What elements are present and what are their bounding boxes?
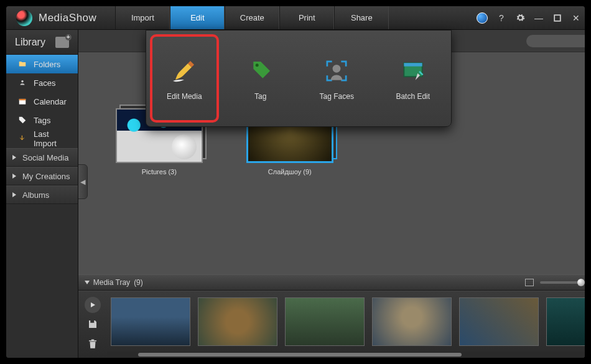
folder-label: Pictures (3) xyxy=(142,168,177,175)
save-icon xyxy=(87,319,98,330)
folder-icon xyxy=(17,60,27,68)
chevron-right-icon xyxy=(12,155,16,160)
panel-label: Batch Edit xyxy=(396,92,430,101)
sidebar-item-folders[interactable]: Folders xyxy=(6,55,78,73)
chevron-down-icon xyxy=(85,281,90,284)
tab-create[interactable]: Create xyxy=(225,6,279,29)
search-field[interactable] xyxy=(531,37,586,45)
settings-button[interactable] xyxy=(515,13,525,23)
tab-print[interactable]: Print xyxy=(279,6,334,29)
panel-label: Edit Media xyxy=(167,92,202,101)
calendar-icon xyxy=(17,97,27,106)
library-header: Library xyxy=(6,30,78,55)
tab-share[interactable]: Share xyxy=(334,6,389,29)
play-button[interactable] xyxy=(85,297,101,313)
tag-icon xyxy=(17,116,27,124)
sidebar-section-social[interactable]: Social Media xyxy=(6,148,78,167)
svg-point-1 xyxy=(21,80,24,83)
library-title: Library xyxy=(15,37,45,48)
sidebar-collapse-handle[interactable]: ◀ xyxy=(78,164,88,199)
tray-scrollbar[interactable] xyxy=(107,352,586,358)
sidebar-item-label: Calendar xyxy=(34,97,67,106)
thumb-small-button[interactable] xyxy=(525,279,534,286)
sidebar-item-label: Faces xyxy=(34,78,55,88)
app-logo-icon xyxy=(16,10,32,26)
info-badge-icon[interactable] xyxy=(477,12,488,24)
app-title: MediaShow xyxy=(39,12,96,24)
tag-icon xyxy=(246,56,276,86)
tray-thumb[interactable] xyxy=(198,297,277,346)
media-tray-header[interactable]: Media Tray (9) xyxy=(78,274,586,291)
thumb-size-slider[interactable] xyxy=(540,281,586,284)
faces-icon xyxy=(17,78,27,87)
tray-count: (9) xyxy=(134,278,143,287)
svg-point-4 xyxy=(255,63,258,67)
gear-icon xyxy=(516,13,525,22)
batch-edit-button[interactable]: Batch Edit xyxy=(375,30,452,126)
play-icon xyxy=(90,302,96,308)
face-frame-icon xyxy=(322,56,351,86)
svg-rect-7 xyxy=(404,63,422,67)
tray-thumb[interactable] xyxy=(546,297,586,346)
sidebar-item-label: Last Import xyxy=(34,129,67,148)
tray-thumb[interactable] xyxy=(372,297,452,346)
tray-label: Media Tray xyxy=(93,278,130,287)
svg-rect-0 xyxy=(554,15,561,21)
close-button[interactable]: ✕ xyxy=(571,13,581,23)
sidebar-item-faces[interactable]: Faces xyxy=(6,73,78,92)
tab-edit[interactable]: Edit xyxy=(170,6,225,29)
tray-thumb[interactable] xyxy=(111,297,190,346)
tray-thumb[interactable] xyxy=(285,297,365,346)
sidebar-item-label: Folders xyxy=(34,60,60,69)
sidebar: Library Folders Faces Calendar Tags xyxy=(6,30,78,358)
maximize-button[interactable] xyxy=(552,13,562,23)
svg-rect-3 xyxy=(19,99,26,100)
sidebar-section-creations[interactable]: My Creations xyxy=(6,167,78,185)
maximize-icon xyxy=(554,14,561,22)
sidebar-section-label: Albums xyxy=(22,190,49,200)
tag-button[interactable]: Tag xyxy=(223,30,299,126)
last-import-icon xyxy=(17,134,27,143)
sidebar-item-calendar[interactable]: Calendar xyxy=(6,92,78,111)
svg-point-5 xyxy=(333,65,341,73)
chevron-right-icon xyxy=(12,192,16,197)
panel-label: Tag Faces xyxy=(320,92,354,101)
help-button[interactable]: ? xyxy=(496,13,506,23)
search-input[interactable]: ✕ xyxy=(526,35,586,47)
title-bar: MediaShow Import Edit Create Print Share… xyxy=(6,6,585,30)
delete-button[interactable] xyxy=(85,336,101,352)
sidebar-section-albums[interactable]: Albums xyxy=(6,185,78,204)
tab-import[interactable]: Import xyxy=(115,6,170,29)
panel-label: Tag xyxy=(254,92,266,101)
tray-controls xyxy=(78,291,107,358)
edit-media-button[interactable]: Edit Media xyxy=(146,30,223,126)
sidebar-item-last-import[interactable]: Last Import xyxy=(6,129,78,148)
sidebar-item-tags[interactable]: Tags xyxy=(6,111,78,129)
add-library-button[interactable] xyxy=(55,37,69,48)
sidebar-section-label: Social Media xyxy=(22,153,68,162)
trash-icon xyxy=(87,338,98,350)
save-button[interactable] xyxy=(85,316,101,332)
chevron-right-icon xyxy=(12,174,16,179)
tray-thumbnails xyxy=(107,291,586,352)
app-window: MediaShow Import Edit Create Print Share… xyxy=(5,5,586,359)
tag-faces-button[interactable]: Tag Faces xyxy=(299,30,375,126)
sidebar-section-label: My Creations xyxy=(22,172,70,181)
sidebar-item-label: Tags xyxy=(34,116,50,125)
media-tray xyxy=(78,291,586,358)
folder-label: Слайдшоу (9) xyxy=(268,168,312,175)
pencil-icon xyxy=(169,56,199,86)
minimize-button[interactable]: — xyxy=(534,13,544,23)
window-controls: ? — ✕ xyxy=(477,12,581,24)
batch-edit-icon xyxy=(398,56,428,86)
main-tabs: Import Edit Create Print Share xyxy=(115,6,389,29)
edit-dropdown-panel: Edit Media Tag Tag Faces Batch Edit xyxy=(146,30,452,127)
tray-thumb[interactable] xyxy=(459,297,539,346)
